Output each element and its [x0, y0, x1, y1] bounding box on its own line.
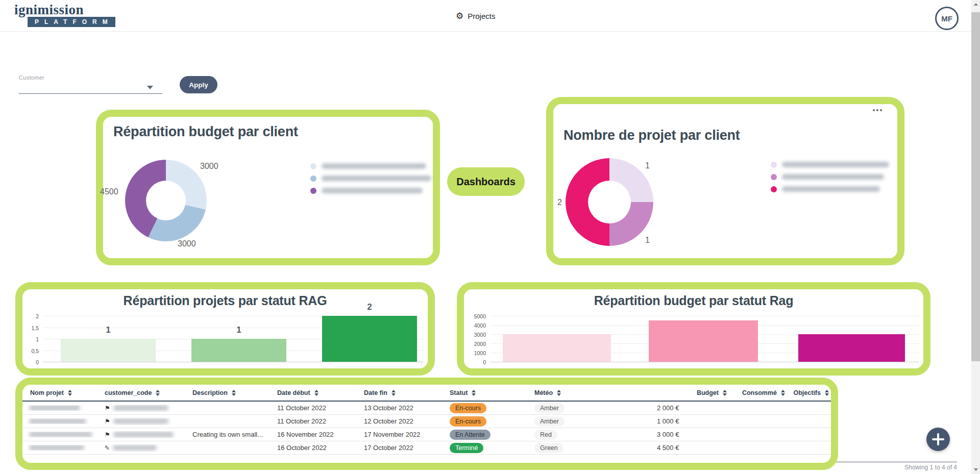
annotation-frame-projet-par-client: Nombre de projet par client 1 2 1	[546, 97, 904, 265]
add-button[interactable]	[926, 428, 950, 451]
projects-table-card: Nom projet customer_code Description Dat…	[22, 385, 831, 463]
chart-legend	[310, 163, 431, 194]
column-label: Description	[192, 389, 228, 396]
cell-date-fin: 13 October 2022	[357, 404, 443, 412]
legend-item	[771, 161, 889, 168]
y-tick: 1	[36, 336, 39, 342]
bar-green-mid: 1	[191, 339, 286, 362]
card-budget-statut-rag: Répartition budget par statut Rag 5000 4…	[464, 289, 923, 368]
scrollbar-thumb[interactable]	[971, 12, 980, 361]
bar-magenta	[798, 334, 905, 362]
table-row[interactable]: ⚑ 11 October 2022 12 October 2022 En-cou…	[22, 415, 831, 428]
column-label: Date fin	[364, 389, 387, 396]
column-header-objectifs[interactable]: Objectifs	[785, 389, 831, 396]
column-header-budget[interactable]: Budget	[650, 389, 727, 396]
sort-icon[interactable]	[68, 390, 72, 396]
cell-date-debut: 16 November 2022	[271, 431, 357, 438]
bar-value-label: 1	[191, 325, 286, 335]
annotation-frame-budget-statut-rag: Répartition budget par statut Rag 5000 4…	[457, 282, 930, 376]
apply-button[interactable]: Apply	[180, 76, 217, 93]
column-header-meteo[interactable]: Météo	[528, 389, 650, 396]
app-header: ignimission PLATFORM ⚙︎ Projects MF	[0, 0, 971, 32]
cell-statut: En-cours	[443, 403, 528, 413]
redacted-text	[113, 418, 168, 424]
cell-statut: En-cours	[443, 416, 528, 427]
column-label: Budget	[697, 389, 719, 396]
redacted-legend-text	[322, 163, 426, 169]
card-menu-icon[interactable]	[871, 107, 884, 113]
column-header-date-fin[interactable]: Date fin	[357, 389, 443, 396]
column-header-date-debut[interactable]: Date début	[271, 389, 357, 396]
cell-statut: En Attente	[443, 430, 528, 440]
sort-icon[interactable]	[472, 390, 476, 396]
cell-statut: Terminé	[443, 443, 528, 453]
annotation-frame-projets-statut-rag: Répartition projets par statut RAG 2 1,5…	[15, 282, 435, 376]
cell-meteo: Red	[528, 430, 650, 440]
vertical-scrollbar[interactable]	[971, 0, 980, 474]
column-label: Statut	[450, 389, 468, 396]
flag-icon: ⚑	[105, 418, 110, 425]
cell-customer-code: ⚑	[98, 405, 186, 412]
sort-icon[interactable]	[557, 390, 561, 396]
column-label: Consommé	[742, 389, 777, 396]
legend-item	[310, 187, 431, 194]
sort-icon[interactable]	[391, 390, 396, 396]
chevron-down-icon[interactable]	[147, 86, 153, 89]
slice-label: 3000	[178, 239, 196, 248]
legend-dot	[771, 174, 777, 180]
bar-value-label: 2	[322, 302, 417, 312]
table-row[interactable]: ⚑ 11 October 2022 13 October 2022 En-cou…	[22, 402, 831, 415]
column-header-description[interactable]: Description	[186, 389, 271, 396]
table-row[interactable]: ⚑ Creating its own small... 16 November …	[22, 428, 831, 441]
y-tick: 0	[483, 359, 486, 365]
cell-customer-code: ✎	[98, 444, 186, 452]
user-avatar[interactable]: MF	[935, 7, 959, 30]
customer-select[interactable]: Customer	[19, 74, 162, 94]
x-axis-line: 0	[490, 362, 919, 362]
redacted-text	[113, 445, 157, 451]
legend-item	[310, 175, 431, 182]
column-header-consomme[interactable]: Consommé	[727, 389, 785, 396]
scrollbar-up-arrow[interactable]	[971, 0, 980, 9]
sort-icon[interactable]	[314, 390, 318, 396]
legend-dot	[771, 186, 777, 192]
status-badge: En-cours	[450, 416, 486, 427]
table-pagination-status: Showing 1 to 4 of 4	[845, 464, 957, 471]
cell-date-debut: 11 October 2022	[271, 404, 357, 412]
nav-projects-label: Projects	[468, 12, 495, 20]
logo-wordmark: ignimission	[14, 3, 102, 17]
column-header-statut[interactable]: Statut	[443, 389, 528, 396]
pen-icon: ✎	[105, 444, 110, 452]
column-header-nom-projet[interactable]: Nom projet	[22, 389, 98, 396]
bar-chart-budget-statut-rag: 5000 4000 3000 2000 1000 0	[490, 316, 919, 362]
column-label: Nom projet	[30, 389, 64, 396]
y-tick: 2	[36, 313, 39, 319]
sort-icon[interactable]	[825, 390, 829, 396]
x-axis-line: 0	[43, 362, 424, 362]
nav-projects[interactable]: ⚙︎ Projects	[456, 9, 495, 23]
legend-item	[771, 173, 889, 180]
scrollbar-down-arrow[interactable]	[971, 465, 980, 474]
y-tick: 4000	[474, 322, 486, 329]
cell-meteo: Green	[528, 443, 650, 453]
sort-icon[interactable]	[156, 390, 160, 396]
select-underline	[19, 93, 162, 94]
cell-date-fin: 12 October 2022	[357, 417, 443, 425]
redacted-text	[29, 405, 80, 411]
sort-icon[interactable]	[723, 390, 727, 396]
dashboards-annotation-label: Dashboards	[447, 167, 525, 196]
gridline: 5000	[490, 316, 919, 316]
card-projets-statut-rag: Répartition projets par statut RAG 2 1,5…	[22, 289, 428, 368]
table-row[interactable]: ✎ 16 October 2022 17 October 2022 Termin…	[22, 441, 831, 455]
column-header-customer-code[interactable]: customer_code	[98, 389, 186, 396]
card-title-projet-par-client: Nombre de projet par client	[564, 128, 740, 143]
bar-pink-mid	[649, 320, 758, 362]
bar-green-dark: 2	[322, 316, 417, 362]
sort-icon[interactable]	[781, 390, 785, 396]
slice-label: 1	[645, 161, 650, 170]
slice-label: 2	[557, 198, 562, 207]
legend-dot	[310, 176, 316, 182]
redacted-legend-text	[782, 162, 889, 167]
status-badge: En Attente	[450, 430, 491, 440]
sort-icon[interactable]	[232, 390, 236, 396]
